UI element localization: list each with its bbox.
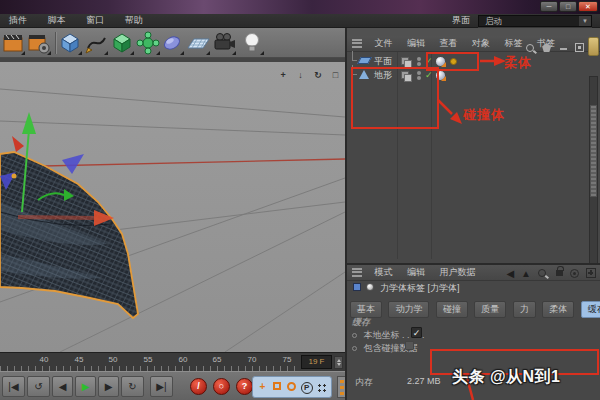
dynamics-collider-tag-icon[interactable] <box>435 70 446 81</box>
object-manager-top-strip <box>347 28 600 36</box>
timeline-ruler[interactable]: 40 45 50 55 60 65 70 75 19 F <box>0 352 345 371</box>
array-generator-icon[interactable] <box>136 30 161 56</box>
path-filter-icon[interactable] <box>542 43 551 52</box>
close-button[interactable]: ✕ <box>578 1 598 12</box>
cache-section-label: 缓存 <box>352 316 370 329</box>
panel-box-icon[interactable] <box>575 43 584 52</box>
am-menu-icons: ◀ ▲ <box>502 267 596 279</box>
attribute-title-row: 力学体标签 [力学体] <box>347 281 600 297</box>
search-icon[interactable] <box>526 44 534 52</box>
maximize-button[interactable]: □ <box>559 1 577 12</box>
menu-plugins[interactable]: 插件 <box>0 14 36 27</box>
menu-script[interactable]: 脚本 <box>39 14 75 27</box>
interface-dropdown[interactable]: 启动 ▼ <box>478 15 592 27</box>
menu-help[interactable]: 帮助 <box>116 14 152 27</box>
ruler-tick: 60 <box>179 355 188 364</box>
am-menu-userdata[interactable]: 用户数据 <box>434 265 482 280</box>
object-name[interactable]: 平面 <box>374 55 392 68</box>
anim-dot-icon[interactable] <box>352 333 357 338</box>
collider-annotation: 碰撞体 <box>463 106 505 124</box>
object-row-landscape[interactable]: 地形 ✓ <box>347 69 587 82</box>
next-frame-button[interactable]: ▶ <box>98 376 119 397</box>
landscape-object-icon <box>359 70 369 79</box>
autokey-button[interactable]: ○ <box>213 378 230 395</box>
om-menu-tags[interactable]: 标签 <box>499 36 529 51</box>
key-pla-icon[interactable] <box>315 379 329 395</box>
record-keyframe-button[interactable]: / <box>190 378 207 395</box>
om-scrollbar-thumb[interactable] <box>590 105 597 197</box>
key-scale-icon[interactable] <box>270 379 284 395</box>
object-row-plane[interactable]: 平面 ✓ <box>347 55 587 68</box>
local-coords-checkbox[interactable]: ✓ <box>411 327 422 338</box>
om-menu-view[interactable]: 查看 <box>434 36 464 51</box>
parent-up-icon[interactable]: ▲ <box>521 268 531 279</box>
layer-toggle-icon[interactable] <box>401 71 409 79</box>
panel-menu-icon[interactable] <box>352 268 362 277</box>
collision-data-checkbox[interactable] <box>405 341 414 350</box>
key-rotation-icon[interactable] <box>285 379 299 395</box>
om-scrollbar[interactable] <box>589 76 598 281</box>
menu-window[interactable]: 窗口 <box>77 14 113 27</box>
light-icon[interactable] <box>240 30 265 56</box>
enable-check-icon[interactable]: ✓ <box>425 55 433 68</box>
frame-field[interactable]: 19 F <box>301 355 332 369</box>
app-menubar: 插件 脚本 窗口 帮助 界面 启动 ▼ <box>0 14 600 28</box>
material-tag-icon[interactable] <box>450 58 457 65</box>
cycle-button[interactable]: ↻ <box>121 376 144 397</box>
dolly-icon[interactable]: ↓ <box>295 70 306 81</box>
om-menu-edit[interactable]: 编辑 <box>401 36 431 51</box>
go-start-button[interactable]: |◀ <box>2 376 25 397</box>
go-end-button[interactable]: ▶| <box>150 376 173 397</box>
rotate-icon[interactable]: ↻ <box>313 70 324 81</box>
layer-toggle-icon[interactable] <box>401 57 409 65</box>
play-button[interactable]: ▶ <box>75 376 96 397</box>
key-position-icon[interactable]: + <box>255 379 269 395</box>
ruler-tick: 40 <box>40 355 49 364</box>
tag-color-icon <box>353 283 361 291</box>
add-cube-icon[interactable] <box>58 30 83 56</box>
visibility-dots-icon[interactable] <box>417 71 421 75</box>
pan-icon[interactable]: + <box>278 70 289 81</box>
history-back-icon[interactable]: ◀ <box>506 268 514 279</box>
target-icon[interactable] <box>570 269 579 278</box>
render-view-icon[interactable] <box>1 30 26 56</box>
minimize-panel-icon[interactable] <box>560 48 567 50</box>
loop-button[interactable]: ↺ <box>27 376 50 397</box>
new-panel-icon[interactable] <box>586 268 596 278</box>
search-icon[interactable] <box>538 269 546 277</box>
render-settings-icon[interactable] <box>27 30 52 56</box>
om-menu-object[interactable]: 对象 <box>466 36 496 51</box>
chevron-down-icon[interactable]: ▼ <box>579 16 591 26</box>
ruler-tick: 75 <box>283 355 292 364</box>
watermark: 头条 @从N到1 <box>452 367 600 388</box>
anim-dot-icon[interactable] <box>352 346 357 351</box>
keyframe-help-button[interactable]: ? <box>236 378 253 395</box>
transport-bar: |◀ ↺ ◀ ▶ ▶ ↻ ▶| / ○ ? + P <box>0 371 345 400</box>
object-name[interactable]: 地形 <box>374 69 392 82</box>
deformer-icon[interactable] <box>160 30 185 56</box>
am-menu-edit[interactable]: 编辑 <box>401 265 431 280</box>
prev-frame-button[interactable]: ◀ <box>52 376 73 397</box>
dynamics-softbody-tag-icon[interactable] <box>435 56 446 67</box>
ruler-tick: 65 <box>213 355 222 364</box>
pen-spline-icon[interactable] <box>84 30 109 56</box>
lock-icon[interactable] <box>556 270 563 276</box>
viewport-3d[interactable]: + ↓ ↻ □ <box>0 62 345 352</box>
key-parameter-icon[interactable]: P <box>300 379 314 395</box>
subdivision-surface-icon[interactable] <box>110 30 135 56</box>
panel-menu-icon[interactable] <box>352 39 362 48</box>
toggle-view-icon[interactable]: □ <box>330 70 341 81</box>
om-menu-file[interactable]: 文件 <box>369 36 399 51</box>
world-x-axis-line <box>0 159 345 167</box>
enable-check-icon[interactable]: ✓ <box>425 69 433 82</box>
window-titlebar: ─ □ ✕ <box>0 0 600 14</box>
camera-icon[interactable] <box>212 30 237 56</box>
viewport-nav: + ↓ ↻ □ <box>276 64 341 82</box>
floor-environment-icon[interactable] <box>186 30 211 56</box>
frame-stepper[interactable] <box>334 356 343 369</box>
dynamics-ball-icon <box>366 283 374 291</box>
interface-dropdown-value: 启动 <box>479 16 502 26</box>
am-menu-mode[interactable]: 模式 <box>369 265 399 280</box>
visibility-dots-icon[interactable] <box>417 57 421 61</box>
minimize-button[interactable]: ─ <box>540 1 558 12</box>
